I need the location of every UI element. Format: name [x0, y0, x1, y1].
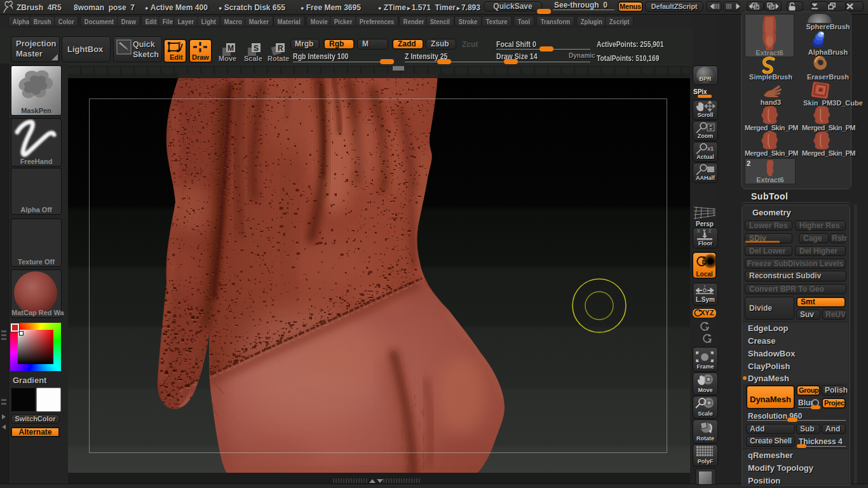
svg-text:R: R — [278, 44, 283, 53]
svg-text:Y: Y — [703, 229, 706, 233]
svg-text:Z: Z — [709, 229, 712, 233]
svg-text:Y: Y — [705, 325, 709, 332]
svg-text:S: S — [254, 44, 259, 53]
svg-text:Edit: Edit — [170, 53, 183, 61]
svg-text:Draw: Draw — [192, 53, 209, 61]
svg-text:Z: Z — [708, 337, 712, 344]
svg-text:x1: x1 — [707, 146, 714, 152]
svg-text:X: X — [697, 229, 700, 233]
svg-text:M: M — [227, 44, 234, 53]
